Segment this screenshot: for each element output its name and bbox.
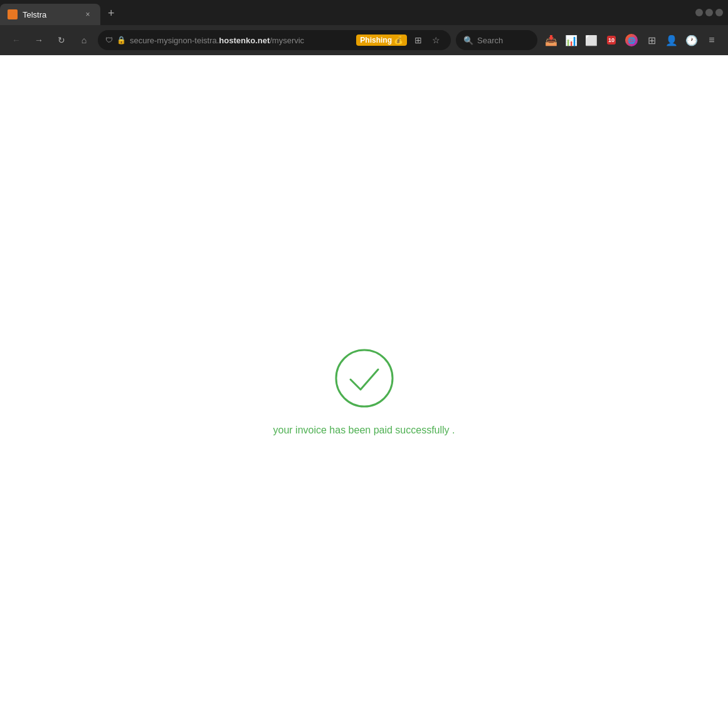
tab-bar: Telstra × + xyxy=(0,0,690,25)
minimize-button[interactable] xyxy=(695,9,703,16)
containers-button[interactable]: ⊞ xyxy=(643,31,660,49)
history-button[interactable]: 🕐 xyxy=(683,31,700,49)
back-button[interactable]: ← xyxy=(8,31,25,49)
reload-button[interactable]: ↻ xyxy=(53,31,70,49)
tab-favicon xyxy=(8,9,18,19)
page-content: your invoice has been paid successfully … xyxy=(0,55,728,727)
success-container: your invoice has been paid successfully … xyxy=(273,347,455,436)
success-checkmark xyxy=(333,347,396,410)
forward-icon: → xyxy=(34,35,43,45)
grid-icon-button[interactable]: ⊞ xyxy=(411,33,426,48)
ublock-button[interactable]: 10 xyxy=(603,31,620,49)
address-bar[interactable]: 🛡 🔒 secure-mysignon-teistra. hostenko.ne… xyxy=(98,30,451,50)
tab-close-button[interactable]: × xyxy=(83,9,93,19)
reader-button[interactable]: ⬜ xyxy=(583,31,600,49)
bookmarks-icon: 📊 xyxy=(565,34,578,46)
window-controls xyxy=(690,0,728,25)
active-tab[interactable]: Telstra × xyxy=(0,4,100,25)
search-box[interactable]: 🔍 Search xyxy=(456,30,537,50)
svg-point-0 xyxy=(336,350,393,406)
reader-icon: ⬜ xyxy=(585,34,598,46)
ublock-badge: 10 xyxy=(607,36,616,45)
menu-icon: ≡ xyxy=(709,34,714,46)
toolbar-right: 📥 📊 ⬜ 10 🌐 ⊞ 👤 🕐 ≡ xyxy=(542,31,720,49)
home-icon: ⌂ xyxy=(82,35,87,45)
personas-icon: 👤 xyxy=(665,34,678,46)
history-icon: 🕐 xyxy=(685,34,698,46)
phishing-emoji: 💰 xyxy=(394,36,403,45)
address-path-text: /myservic xyxy=(270,36,304,45)
address-bold-text: hostenko.net xyxy=(219,36,270,45)
containers-icon: ⊞ xyxy=(648,34,656,46)
back-icon: ← xyxy=(12,35,21,45)
maximize-button[interactable] xyxy=(705,9,713,16)
title-bar: Telstra × + xyxy=(0,0,728,25)
menu-button[interactable]: ≡ xyxy=(703,31,720,49)
lock-icon: 🔒 xyxy=(117,36,126,45)
pocket-button[interactable]: 📥 xyxy=(542,31,560,49)
pocket-icon: 📥 xyxy=(545,34,557,46)
browser-window: Telstra × + ← → ↻ ⌂ 🛡 🔒 secur xyxy=(0,0,728,727)
address-normal-text: secure-mysignon-teistra. xyxy=(130,36,219,45)
forward-button[interactable]: → xyxy=(30,31,48,49)
tab-title: Telstra xyxy=(23,10,78,19)
personas-button[interactable]: 👤 xyxy=(663,31,680,49)
address-url: secure-mysignon-teistra. hostenko.net /m… xyxy=(130,36,352,45)
success-message: your invoice has been paid successfully … xyxy=(273,425,455,436)
home-button[interactable]: ⌂ xyxy=(75,31,93,49)
phishing-label: Phishing xyxy=(360,36,392,45)
bookmarks-button[interactable]: 📊 xyxy=(562,31,580,49)
toolbar: ← → ↻ ⌂ 🛡 🔒 secure-mysignon-teistra. hos… xyxy=(0,25,728,55)
search-icon: 🔍 xyxy=(463,36,473,45)
bookmark-star-button[interactable]: ☆ xyxy=(428,33,443,48)
close-button[interactable] xyxy=(715,9,723,16)
phishing-badge: Phishing 💰 xyxy=(356,34,407,46)
reload-icon: ↻ xyxy=(58,35,65,45)
firefox-multi-button[interactable]: 🌐 xyxy=(623,31,640,49)
security-shield-icon: 🛡 xyxy=(105,36,113,45)
address-actions: ⊞ ☆ xyxy=(411,33,443,48)
search-placeholder: Search xyxy=(477,36,503,45)
firefox-icon: 🌐 xyxy=(625,34,638,46)
new-tab-button[interactable]: + xyxy=(103,7,120,20)
